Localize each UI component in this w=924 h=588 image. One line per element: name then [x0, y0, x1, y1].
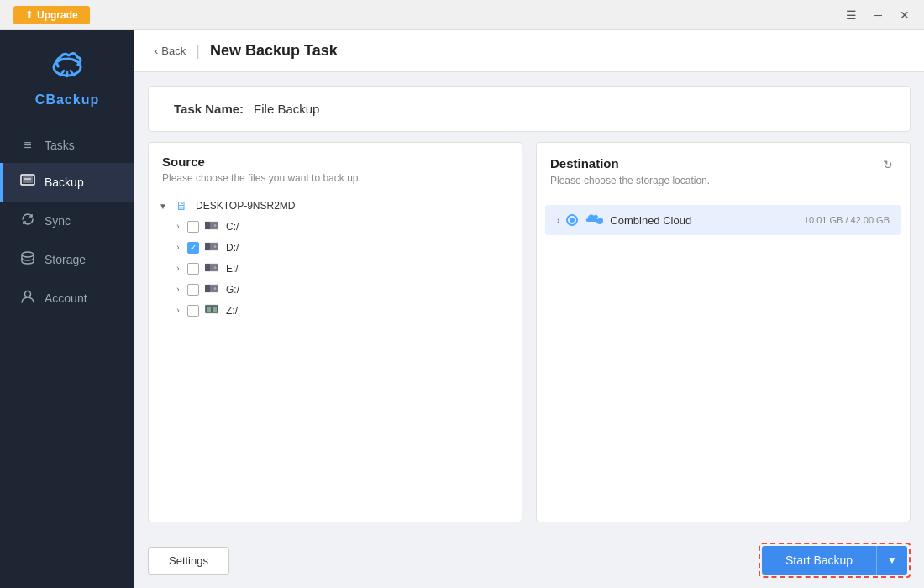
dest-header-row: Destination ↻ — [550, 155, 896, 175]
logo-backup: Backup — [45, 92, 99, 107]
start-backup-dropdown-button[interactable]: ▼ — [876, 546, 907, 575]
tree-toggle-d[interactable]: › — [172, 242, 184, 254]
source-panel-header: Source Please choose the files you want … — [149, 143, 522, 189]
back-label: Back — [161, 45, 186, 57]
upgrade-button[interactable]: Upgrade — [13, 6, 90, 24]
menu-button[interactable]: ☰ — [838, 4, 864, 26]
logo-text: CBackup — [35, 92, 99, 108]
tree-checkbox-e[interactable] — [187, 263, 199, 275]
back-arrow-icon: ‹ — [155, 45, 158, 57]
svg-rect-22 — [213, 307, 217, 312]
page-title: New Backup Task — [210, 42, 338, 60]
topbar: ‹ Back | New Backup Task — [134, 30, 924, 72]
tree-label-z: Z:/ — [226, 305, 238, 317]
svg-rect-12 — [205, 243, 210, 250]
sync-icon — [19, 212, 36, 230]
svg-rect-15 — [205, 264, 210, 271]
combined-cloud-item[interactable]: › Combined Cloud 10.01 GB / 42.00 GB — [545, 205, 901, 235]
tree-toggle-z[interactable]: › — [172, 305, 184, 317]
upgrade-label: Upgrade — [37, 9, 78, 21]
storage-label: Storage — [45, 253, 86, 266]
tree-item-e[interactable]: › E:/ — [165, 258, 522, 279]
tree-label-d: D:/ — [226, 242, 239, 254]
bottom-bar: Settings Start Backup ▼ — [134, 533, 924, 588]
close-button[interactable]: ✕ — [892, 4, 917, 26]
sidebar-item-backup[interactable]: Backup — [0, 163, 134, 202]
combined-cloud-label: Combined Cloud — [610, 214, 797, 227]
tree-label-e: E:/ — [226, 263, 239, 275]
dest-radio-combined[interactable] — [566, 214, 578, 226]
tasks-label: Tasks — [45, 139, 75, 152]
tree-label-c: C:/ — [226, 221, 239, 233]
back-button[interactable]: ‹ Back — [155, 45, 186, 57]
tree-checkbox-c[interactable] — [187, 221, 199, 233]
destination-panel: Destination ↻ Please choose the storage … — [536, 142, 911, 522]
logo-area: CBackup — [35, 44, 99, 108]
refresh-icon[interactable]: ↻ — [879, 155, 896, 175]
tree-toggle-root[interactable]: ▼ — [157, 200, 169, 212]
tree-toggle-c[interactable]: › — [172, 221, 184, 233]
destination-panel-header: Destination ↻ Please choose the storage … — [537, 143, 910, 192]
destination-panel-title: Destination — [550, 156, 619, 171]
svg-point-7 — [25, 291, 31, 297]
drive-icon-c — [205, 219, 218, 234]
taskname-label: Task Name: — [174, 102, 244, 116]
start-backup-button[interactable]: Start Backup — [762, 546, 876, 575]
tree-item-g[interactable]: › G:/ — [165, 279, 522, 300]
sidebar-item-tasks[interactable]: ≡ Tasks — [0, 128, 134, 163]
account-icon — [19, 289, 36, 307]
tree-item-c[interactable]: › C:/ — [165, 216, 522, 237]
source-panel: Source Please choose the files you want … — [148, 142, 522, 522]
tree-children: › C:/ › — [149, 216, 522, 321]
taskname-value: File Backup — [254, 102, 319, 116]
sidebar-item-sync[interactable]: Sync — [0, 202, 134, 240]
drive-icon-g — [205, 282, 218, 297]
storage-icon — [19, 250, 36, 269]
tree-item-d[interactable]: › D:/ — [165, 237, 522, 258]
svg-rect-21 — [207, 307, 211, 312]
topbar-divider: | — [196, 42, 200, 60]
drive-icon-e — [205, 261, 218, 276]
svg-rect-9 — [205, 222, 210, 229]
monitor-icon: 🖥 — [176, 199, 187, 213]
tree-root[interactable]: ▼ 🖥 DESKTOP-9NSR2MD — [149, 196, 522, 216]
tree-label-g: G:/ — [226, 284, 239, 296]
sidebar-item-account[interactable]: Account — [0, 279, 134, 318]
svg-point-13 — [214, 245, 217, 248]
drive-icon-d — [205, 240, 218, 255]
svg-point-6 — [22, 252, 34, 257]
tree-checkbox-d[interactable] — [187, 242, 199, 254]
combined-cloud-icon — [585, 212, 603, 228]
source-panel-title: Source — [162, 155, 508, 169]
combined-cloud-size: 10.01 GB / 42.00 GB — [804, 215, 890, 225]
backup-label: Backup — [45, 176, 84, 189]
tree-item-z[interactable]: › Z:/ — [165, 300, 522, 321]
source-panel-subtitle: Please choose the files you want to back… — [162, 172, 508, 184]
minimize-button[interactable]: ─ — [865, 4, 890, 26]
svg-point-10 — [214, 224, 217, 227]
sync-label: Sync — [45, 214, 71, 228]
svg-point-19 — [214, 287, 217, 290]
nav-items: ≡ Tasks Backup — [0, 128, 134, 318]
svg-point-0 — [45, 44, 89, 87]
destination-panel-body: › Combined Cloud 10.01 GB / 42.00 GB — [537, 192, 910, 522]
taskname-bar: Task Name: File Backup — [148, 86, 911, 132]
titlebar: Upgrade ☰ ─ ✕ — [0, 0, 924, 30]
tree-checkbox-g[interactable] — [187, 284, 199, 296]
dest-expand-icon[interactable]: › — [557, 216, 559, 225]
tree-toggle-g[interactable]: › — [172, 284, 184, 296]
start-backup-group: Start Backup ▼ — [759, 543, 911, 578]
svg-point-16 — [214, 266, 217, 269]
app-layout: CBackup ≡ Tasks Backup — [0, 30, 924, 588]
source-panel-body: ▼ 🖥 DESKTOP-9NSR2MD › C:/ — [149, 189, 522, 522]
tree-toggle-e[interactable]: › — [172, 263, 184, 275]
panels-row: Source Please choose the files you want … — [148, 142, 911, 522]
drive-icon-z — [205, 303, 218, 318]
tree-checkbox-z[interactable] — [187, 305, 199, 317]
sidebar-item-storage[interactable]: Storage — [0, 240, 134, 279]
tasks-icon: ≡ — [19, 138, 36, 153]
svg-rect-3 — [23, 176, 33, 183]
settings-button[interactable]: Settings — [148, 547, 229, 575]
content-area: ‹ Back | New Backup Task Task Name: File… — [134, 30, 924, 588]
account-label: Account — [45, 291, 87, 305]
